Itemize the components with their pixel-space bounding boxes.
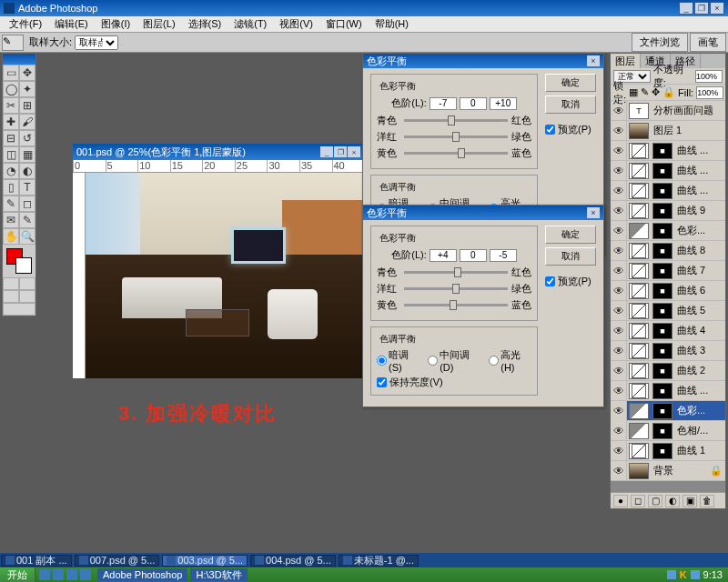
- marquee-tool[interactable]: ▭: [3, 65, 19, 81]
- layer-row[interactable]: 👁■色相/...: [611, 421, 725, 441]
- layer-row[interactable]: 👁■色彩...: [611, 401, 725, 421]
- pen-tool[interactable]: ✎: [3, 196, 19, 212]
- brush-tool[interactable]: 🖌: [19, 114, 35, 130]
- menu-edit[interactable]: 编辑(E): [49, 16, 94, 32]
- ql-icon[interactable]: [80, 569, 91, 580]
- ok-button[interactable]: 确定: [545, 74, 596, 92]
- doc-minimize[interactable]: _: [320, 146, 333, 157]
- history-brush-tool[interactable]: ↺: [19, 130, 35, 146]
- layer-row[interactable]: 👁■曲线 ...: [611, 161, 725, 181]
- fill-field[interactable]: [696, 86, 723, 99]
- new-layer-icon[interactable]: ▣: [682, 495, 697, 507]
- layer-row[interactable]: 👁■曲线 2: [611, 361, 725, 381]
- visibility-icon[interactable]: 👁: [611, 421, 627, 441]
- taskbar-app-explorer[interactable]: H:\3D软件: [190, 568, 247, 581]
- level-yellow-blue[interactable]: [490, 97, 517, 110]
- dialog2-close[interactable]: ×: [587, 207, 600, 218]
- layer-row[interactable]: 👁■曲线 5: [611, 301, 725, 321]
- layer-row[interactable]: 👁■曲线 ...: [611, 141, 725, 161]
- visibility-icon[interactable]: 👁: [611, 161, 627, 181]
- delete-layer-icon[interactable]: 🗑: [700, 495, 714, 507]
- menu-view[interactable]: 视图(V): [274, 16, 318, 32]
- visibility-icon[interactable]: 👁: [611, 341, 627, 361]
- slider-yb[interactable]: [404, 152, 508, 155]
- layer-row[interactable]: 👁图层 1: [611, 121, 725, 141]
- gradient-tool[interactable]: ▦: [19, 146, 35, 163]
- radio-highlights-2[interactable]: 高光(H): [489, 348, 531, 373]
- layer-row[interactable]: 👁■曲线 ...: [611, 381, 725, 401]
- level-cyan-red-2[interactable]: [430, 249, 457, 262]
- lock-move-icon[interactable]: ✥: [652, 86, 660, 98]
- slider-mg-2[interactable]: [404, 287, 508, 290]
- layer-mask-icon[interactable]: ◻: [631, 495, 645, 507]
- crop-tool[interactable]: ✂: [3, 97, 19, 114]
- slider-cr[interactable]: [404, 119, 508, 122]
- heal-tool[interactable]: ✚: [3, 114, 19, 130]
- lock-transparency-icon[interactable]: ▦: [629, 86, 638, 98]
- layer-row[interactable]: 👁■曲线 3: [611, 341, 725, 361]
- taskbar-app-ps[interactable]: Adobe Photoshop: [97, 568, 187, 581]
- wand-tool[interactable]: ✦: [19, 81, 35, 97]
- path-tool[interactable]: ▯: [3, 179, 19, 196]
- visibility-icon[interactable]: 👁: [611, 261, 627, 281]
- hand-tool[interactable]: ✋: [3, 228, 19, 245]
- zoom-tool[interactable]: 🔍: [19, 228, 35, 245]
- standard-mode[interactable]: [3, 277, 19, 290]
- cancel-button[interactable]: 取消: [545, 95, 596, 114]
- lock-paint-icon[interactable]: ✎: [641, 86, 649, 98]
- lock-all-icon[interactable]: 🔒: [662, 86, 675, 98]
- visibility-icon[interactable]: 👁: [611, 321, 627, 341]
- visibility-icon[interactable]: 👁: [611, 301, 627, 321]
- doc-tab-2[interactable]: 003.psd @ 5...: [162, 555, 248, 567]
- preview-checkbox-2[interactable]: 预览(P): [545, 275, 596, 288]
- level-yellow-blue-2[interactable]: [490, 249, 517, 262]
- doc-tab-0[interactable]: 001 副本 ...: [1, 555, 72, 567]
- tray-icon[interactable]: [667, 570, 676, 579]
- menu-filter[interactable]: 滤镜(T): [228, 16, 272, 32]
- stamp-tool[interactable]: ⊟: [3, 130, 19, 146]
- doc-tab-4[interactable]: 未标题-1 @...: [339, 555, 419, 567]
- visibility-icon[interactable]: 👁: [611, 401, 627, 421]
- slider-yb-2[interactable]: [404, 304, 508, 306]
- slice-tool[interactable]: ⊞: [19, 97, 35, 114]
- menu-select[interactable]: 选择(S): [183, 16, 228, 32]
- doc-close[interactable]: ×: [348, 146, 360, 157]
- radio-shadows-2[interactable]: 暗调(S): [377, 348, 419, 373]
- opacity-field[interactable]: [695, 70, 723, 83]
- minimize-button[interactable]: _: [679, 2, 693, 15]
- visibility-icon[interactable]: 👁: [611, 361, 627, 381]
- layer-row[interactable]: 👁■曲线 1: [611, 441, 725, 461]
- layer-row[interactable]: 👁■曲线 4: [611, 321, 725, 341]
- visibility-icon[interactable]: 👁: [611, 381, 627, 401]
- slider-mg[interactable]: [404, 135, 508, 138]
- new-adjustment-icon[interactable]: ◐: [665, 495, 680, 507]
- ql-icon[interactable]: [53, 569, 64, 580]
- slider-cr-2[interactable]: [404, 271, 508, 274]
- visibility-icon[interactable]: 👁: [611, 141, 627, 161]
- layer-list[interactable]: 👁T分析画面问题👁图层 1👁■曲线 ...👁■曲线 ...👁■曲线 ...👁■曲…: [611, 101, 725, 492]
- doc-tab-1[interactable]: 007.psd @ 5...: [75, 555, 160, 567]
- level-cyan-red[interactable]: [430, 97, 457, 110]
- sample-size-select[interactable]: 取样点: [75, 35, 118, 50]
- visibility-icon[interactable]: 👁: [611, 461, 627, 481]
- level-magenta-green[interactable]: [460, 97, 487, 110]
- dialog1-titlebar[interactable]: 色彩平衡×: [363, 54, 603, 68]
- visibility-icon[interactable]: 👁: [611, 241, 627, 261]
- ql-icon[interactable]: [66, 569, 77, 580]
- visibility-icon[interactable]: 👁: [611, 441, 627, 461]
- ok-button-2[interactable]: 确定: [545, 226, 596, 244]
- layer-row[interactable]: 👁■曲线 8: [611, 241, 725, 261]
- layer-row[interactable]: 👁■曲线 6: [611, 281, 725, 301]
- screen-mode-2[interactable]: [19, 290, 35, 303]
- shape-tool[interactable]: ◻: [19, 196, 35, 212]
- visibility-icon[interactable]: 👁: [611, 221, 627, 241]
- menu-help[interactable]: 帮助(H): [369, 16, 414, 32]
- preview-checkbox[interactable]: 预览(P): [545, 123, 596, 136]
- layer-row[interactable]: 👁■曲线 7: [611, 261, 725, 281]
- menu-window[interactable]: 窗口(W): [320, 16, 368, 32]
- layer-row[interactable]: 👁■曲线 ...: [611, 181, 725, 201]
- layer-style-icon[interactable]: ●: [613, 495, 628, 507]
- visibility-icon[interactable]: 👁: [611, 121, 627, 141]
- background-color[interactable]: [15, 257, 32, 274]
- visibility-icon[interactable]: 👁: [611, 181, 627, 201]
